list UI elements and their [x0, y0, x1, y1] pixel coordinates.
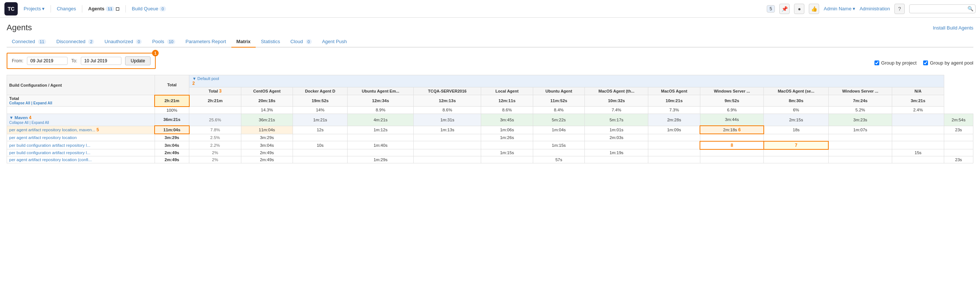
- group-by-project-checkbox[interactable]: [875, 60, 879, 65]
- maven-row2-c2: [348, 134, 414, 141]
- maven-row4-c1: [293, 149, 348, 156]
- group-by-project-option[interactable]: Group by project: [875, 60, 916, 66]
- pct-at: [189, 106, 241, 114]
- maven-tcqa: 1m:31s: [414, 114, 481, 126]
- total-collapse-expand[interactable]: Collapse All | Expand All: [9, 101, 52, 105]
- nav-sep-3: [126, 5, 126, 13]
- pool-annotation: 2: [192, 81, 195, 86]
- tab-cloud[interactable]: Cloud 0: [285, 36, 317, 48]
- nav-agents[interactable]: Agents 11 ◻: [88, 6, 119, 11]
- maven-row1-docker: 1m:12s: [348, 126, 414, 134]
- maven-row3-annotation-7: 7: [795, 143, 797, 148]
- maven-row5-c4: [481, 156, 533, 164]
- search-wrap: 🔍: [909, 5, 975, 13]
- unauthorized-badge: 0: [136, 39, 142, 44]
- maven-group-name[interactable]: ▼ Maven: [9, 116, 28, 120]
- maven-row5-c8: [700, 156, 764, 164]
- pct-tcqa: 8.6%: [414, 106, 481, 114]
- maven-row3-c1: 10s: [293, 141, 348, 149]
- pct-win1: 6.9%: [700, 106, 764, 114]
- maven-row2-c12: [944, 134, 973, 141]
- maven-collapse-expand[interactable]: Collapse All | Expand All: [9, 121, 49, 125]
- from-date-input[interactable]: [27, 57, 67, 65]
- maven-row4-c6: 1m:19s: [585, 149, 648, 156]
- tab-connected[interactable]: Connected 11: [6, 36, 51, 48]
- maven-row4-c9: [764, 149, 828, 156]
- maven-row5-name[interactable]: per agent artifact repository location (…: [9, 157, 92, 162]
- install-build-agents-link[interactable]: Install Build Agents: [933, 25, 974, 30]
- pct-local: 8.6%: [481, 106, 533, 114]
- help-icon[interactable]: ?: [894, 4, 905, 14]
- maven-row1-tcqa: 1m:06s: [481, 126, 533, 134]
- maven-row1-centos: 12s: [293, 126, 348, 134]
- agent-header-3: TCQA-SERVER2016: [414, 87, 481, 95]
- group-by-agent-pool-checkbox[interactable]: [923, 60, 928, 65]
- maven-row2-c9: [764, 134, 828, 141]
- maven-row3-t: 3m:04s: [241, 141, 293, 149]
- table-row-maven-1: per agent artifact repository location, …: [7, 126, 974, 134]
- maven-row5-c7: [648, 156, 700, 164]
- maven-row5-t: 2m:49s: [241, 156, 293, 164]
- maven-na: [892, 114, 944, 126]
- topnav-right: 5 📌 ● 👍 Admin Name ▾ Administration ? 🔍: [767, 4, 975, 14]
- maven-row3-name[interactable]: per build configuration artifact reposit…: [9, 143, 91, 148]
- pct-centos: 14.3%: [241, 106, 293, 114]
- maven-row3-c12: [944, 141, 973, 149]
- maven-row4-c2: [348, 149, 414, 156]
- agent-header-5: Ubuntu Agent: [533, 87, 584, 95]
- total-local: 12m:11s: [481, 95, 533, 106]
- tab-agent-push[interactable]: Agent Push: [317, 36, 352, 48]
- nav-build-queue[interactable]: Build Queue 0: [132, 6, 166, 11]
- maven-row4-label: per build configuration artifact reposit…: [7, 149, 155, 156]
- to-date-input[interactable]: [81, 57, 121, 65]
- tab-unauthorized[interactable]: Unauthorized 0: [99, 36, 147, 48]
- group-by-agent-pool-option[interactable]: Group by agent pool: [923, 60, 974, 66]
- maven-row2-name[interactable]: per agent artifact repository location: [9, 135, 77, 140]
- maven-row4-name[interactable]: per build configuration artifact reposit…: [9, 151, 91, 155]
- tab-pools[interactable]: Pools 10: [147, 36, 180, 48]
- matrix-table: Build Configuration / Agent Total ▼ Defa…: [6, 75, 974, 164]
- total-macos-se: 8m:30s: [764, 95, 828, 106]
- maven-row4-c3: [414, 149, 481, 156]
- maven-row5-c2: 1m:29s: [348, 156, 414, 164]
- search-input[interactable]: [909, 5, 975, 13]
- clock-icon[interactable]: ●: [794, 4, 804, 14]
- table-row-maven-5: per agent artifact repository location (…: [7, 156, 974, 164]
- topnav: TC Projects ▾ Changes Agents 11 ◻ Build …: [0, 0, 980, 18]
- build-config-header: Build Configuration / Agent: [7, 75, 155, 95]
- agent-header-0: CentOS Agent: [241, 87, 293, 95]
- maven-row5-c5: 57s: [533, 156, 584, 164]
- nav-changes[interactable]: Changes: [57, 6, 76, 11]
- nav-projects[interactable]: Projects ▾: [24, 6, 45, 11]
- maven-row5-c10: [828, 156, 892, 164]
- table-row-maven-2: per agent artifact repository location 3…: [7, 134, 974, 141]
- tab-disconnected[interactable]: Disconnected 2: [51, 36, 100, 48]
- maven-row3-c4: [481, 141, 533, 149]
- nav-administration[interactable]: Administration: [860, 6, 890, 11]
- queue-count-badge: 0: [159, 6, 166, 11]
- maven-pct: 25.6%: [189, 114, 241, 126]
- table-row-maven-4: per build configuration artifact reposit…: [7, 149, 974, 156]
- thumbsup-icon[interactable]: 👍: [809, 4, 819, 14]
- notification-count: 5: [767, 5, 775, 13]
- maven-row3-c9-yellow: 7: [764, 141, 828, 149]
- pool-collapse-button[interactable]: ▼ Default pool: [192, 76, 219, 81]
- nav-admin[interactable]: Admin Name ▾: [824, 6, 855, 11]
- to-label: To:: [71, 58, 77, 64]
- tab-parameters-report[interactable]: Parameters Report: [180, 36, 231, 48]
- maven-row4-c8: [700, 149, 764, 156]
- total-docker: 19m:52s: [293, 95, 348, 106]
- options-bar: Group by project Group by agent pool: [875, 60, 974, 66]
- tab-matrix[interactable]: Matrix: [231, 36, 256, 48]
- maven-row1-name[interactable]: per agent artifact repository location, …: [9, 128, 95, 132]
- maven-row1-ubuntu-em: 1m:13s: [414, 126, 481, 134]
- maven-row3-c8-annotated: 8: [700, 141, 764, 149]
- tab-statistics[interactable]: Statistics: [256, 36, 285, 48]
- nav-sep-2: [82, 5, 82, 13]
- page-title-row: Agents Install Build Agents: [6, 23, 974, 32]
- maven-row5-c6: [585, 156, 648, 164]
- update-button[interactable]: Update: [125, 56, 151, 65]
- maven-row4-t: 2m:49s: [241, 149, 293, 156]
- maven-row3-c2: 1m:40s: [348, 141, 414, 149]
- pin-icon[interactable]: 📌: [779, 4, 790, 14]
